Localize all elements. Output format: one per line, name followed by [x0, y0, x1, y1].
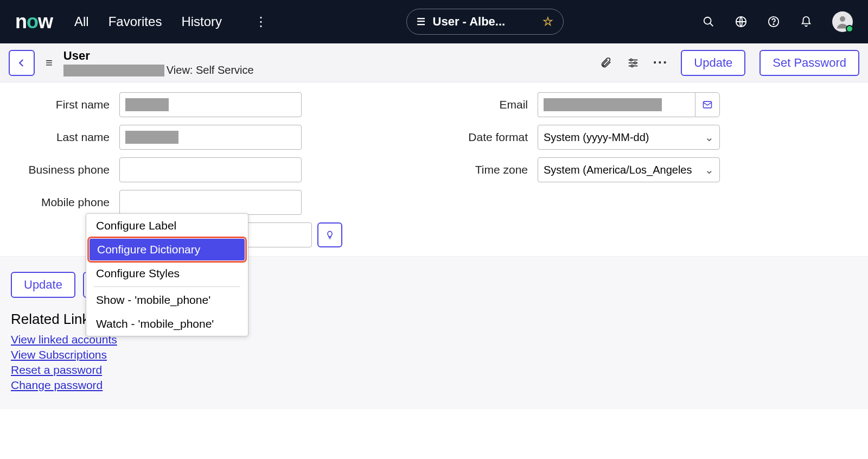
- right-column: Email Date format System (yyyy-MM-dd) ⌄ …: [429, 92, 722, 256]
- filter-icon[interactable]: [627, 56, 640, 69]
- record-type-title: User: [63, 49, 254, 63]
- help-icon[interactable]: [767, 15, 780, 28]
- business-phone-row: Business phone: [11, 157, 342, 182]
- last-name-label: Last name: [11, 131, 119, 144]
- star-icon[interactable]: ☆: [542, 15, 553, 29]
- first-name-row: First name: [11, 92, 342, 117]
- date-format-value: System (yyyy-MM-dd): [544, 131, 649, 144]
- header-title-block: User View: Self Service: [63, 49, 254, 76]
- ctx-configure-label[interactable]: Configure Label: [86, 214, 248, 238]
- ctx-configure-styles[interactable]: Configure Styles: [86, 262, 248, 285]
- attachment-icon[interactable]: [599, 56, 612, 69]
- link-change-password[interactable]: Change password: [11, 379, 857, 392]
- set-password-button[interactable]: Set Password: [760, 50, 859, 76]
- link-view-subscriptions[interactable]: View Subscriptions: [11, 348, 857, 361]
- globe-icon[interactable]: [735, 15, 748, 28]
- ctx-divider: [94, 286, 240, 287]
- email-label: Email: [429, 98, 538, 111]
- record-pill[interactable]: ☰ User - Albe... ☆: [406, 9, 564, 35]
- chevron-down-icon: ⌄: [705, 131, 714, 144]
- bottom-update-button[interactable]: Update: [11, 272, 75, 298]
- svg-point-7: [630, 59, 633, 61]
- logo[interactable]: now: [15, 10, 53, 33]
- mobile-phone-label: Mobile phone: [11, 196, 119, 209]
- svg-point-5: [840, 16, 845, 22]
- list-icon: ☰: [417, 16, 425, 28]
- mobile-phone-input[interactable]: [119, 190, 302, 215]
- ctx-show-mobile-phone[interactable]: Show - 'mobile_phone': [86, 288, 248, 312]
- avatar[interactable]: [832, 11, 853, 32]
- nav-right: [702, 11, 853, 32]
- mobile-phone-row: Mobile phone: [11, 190, 342, 215]
- date-format-label: Date format: [429, 131, 538, 144]
- time-zone-value: System (America/Los_Angeles: [544, 164, 692, 176]
- email-group: [538, 92, 720, 117]
- time-zone-label: Time zone: [429, 163, 538, 176]
- first-name-label: First name: [11, 98, 119, 111]
- last-name-row: Last name: [11, 125, 342, 150]
- email-redacted: [544, 98, 662, 111]
- first-name-redacted: [125, 98, 169, 111]
- pill-text: User - Albe...: [433, 15, 535, 29]
- form-header: ≡ User View: Self Service ··· Update Set…: [0, 43, 868, 82]
- header-subtitle: View: Self Service: [63, 64, 254, 76]
- email-action-button[interactable]: [695, 92, 720, 117]
- svg-point-11: [631, 65, 634, 67]
- suggestion-button[interactable]: [317, 222, 342, 247]
- top-nav: now All Favorites History ⋮ ☰ User - Alb…: [0, 0, 868, 43]
- nav-links: All Favorites History ⋮: [74, 14, 267, 29]
- email-input[interactable]: [538, 92, 695, 117]
- nav-center: ☰ User - Albe... ☆: [267, 9, 702, 35]
- svg-point-9: [634, 62, 636, 64]
- date-format-select[interactable]: System (yyyy-MM-dd) ⌄: [538, 125, 720, 150]
- record-name-redacted: [63, 65, 164, 76]
- update-button[interactable]: Update: [681, 50, 745, 76]
- more-actions-icon[interactable]: ···: [654, 56, 667, 69]
- business-phone-input[interactable]: [119, 157, 302, 182]
- ctx-watch-mobile-phone[interactable]: Watch - 'mobile_phone': [86, 312, 248, 336]
- first-name-input[interactable]: [119, 92, 302, 117]
- last-name-input[interactable]: [119, 125, 302, 150]
- svg-point-4: [773, 24, 774, 24]
- chevron-down-icon: ⌄: [705, 163, 714, 176]
- search-icon[interactable]: [702, 15, 715, 28]
- bell-icon[interactable]: [800, 15, 813, 28]
- nav-more-icon[interactable]: ⋮: [254, 14, 267, 29]
- email-row: Email: [429, 92, 722, 117]
- view-name: View: Self Service: [167, 64, 254, 76]
- menu-toggle-icon[interactable]: ≡: [46, 56, 53, 70]
- nav-all[interactable]: All: [74, 14, 89, 29]
- svg-point-0: [704, 17, 711, 24]
- back-button[interactable]: [9, 50, 35, 76]
- time-zone-row: Time zone System (America/Los_Angeles ⌄: [429, 157, 722, 182]
- svg-line-1: [710, 23, 713, 27]
- last-name-redacted: [125, 131, 178, 144]
- subheader-right: ··· Update Set Password: [599, 50, 859, 76]
- ctx-configure-dictionary[interactable]: Configure Dictionary: [90, 239, 245, 260]
- link-reset-password[interactable]: Reset a password: [11, 364, 857, 377]
- nav-favorites[interactable]: Favorites: [108, 14, 162, 29]
- nav-history[interactable]: History: [181, 14, 222, 29]
- time-zone-select[interactable]: System (America/Los_Angeles ⌄: [538, 157, 720, 182]
- date-format-row: Date format System (yyyy-MM-dd) ⌄: [429, 125, 722, 150]
- context-menu: Configure Label Configure Dictionary Con…: [86, 213, 248, 336]
- business-phone-label: Business phone: [11, 163, 119, 176]
